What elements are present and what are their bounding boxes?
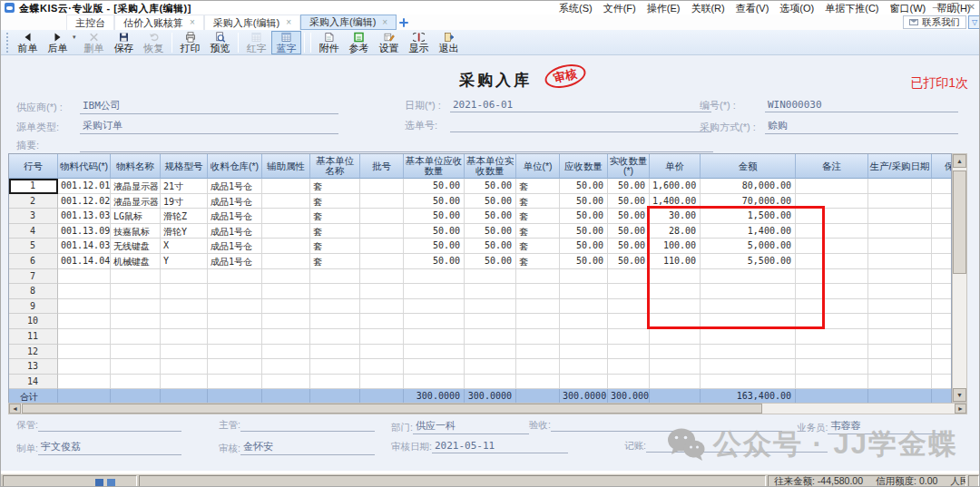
table-cell[interactable] (310, 359, 360, 375)
table-cell[interactable] (932, 254, 952, 269)
supplier-input[interactable]: IBM公司 (80, 99, 338, 114)
table-cell[interactable] (58, 375, 111, 390)
table-cell[interactable] (560, 375, 608, 390)
column-header[interactable]: 基本单位应收数量 (404, 154, 465, 179)
table-cell[interactable] (650, 345, 701, 360)
table-cell[interactable] (111, 359, 161, 375)
table-cell[interactable] (932, 359, 952, 375)
table-cell[interactable]: X (161, 239, 208, 254)
auditor-input[interactable]: 金怀安 (240, 440, 375, 455)
table-cell[interactable] (404, 345, 465, 360)
table-cell[interactable] (310, 375, 360, 390)
table-cell[interactable]: 001.12.02 (58, 194, 111, 209)
vertical-scrollbar[interactable]: ▲ ▼ (952, 153, 967, 403)
table-cell[interactable] (262, 299, 310, 315)
table-cell[interactable] (516, 284, 560, 299)
table-cell[interactable] (465, 359, 516, 375)
table-cell[interactable] (58, 314, 111, 329)
table-cell[interactable]: 成品1号仓 (208, 254, 262, 269)
table-cell[interactable] (465, 284, 516, 299)
table-cell[interactable] (796, 329, 868, 345)
scroll-left-icon[interactable]: ◄ (9, 404, 21, 414)
table-cell[interactable] (516, 359, 560, 375)
row-number-cell[interactable]: 6 (9, 254, 58, 269)
toolbar-button-exit[interactable]: 退出 (434, 31, 464, 54)
tab-close-icon[interactable]: × (382, 18, 387, 27)
table-cell[interactable]: 50.00 (465, 209, 516, 224)
table-cell[interactable]: 001.14.04 (58, 254, 111, 269)
column-header[interactable]: 金额 (701, 154, 796, 179)
table-cell[interactable]: 套 (310, 209, 360, 224)
table-cell[interactable] (262, 284, 310, 299)
table-cell[interactable] (868, 224, 932, 239)
horizontal-scrollbar[interactable]: ◄ ► (8, 403, 967, 414)
column-header[interactable]: 规格型号 (161, 154, 208, 179)
table-cell[interactable] (262, 269, 310, 285)
table-cell[interactable] (796, 194, 868, 209)
toolbar-button-next[interactable]: 后单 (43, 31, 73, 54)
dropdown-arrow-icon[interactable]: ▾ (73, 34, 79, 41)
table-cell[interactable]: 滑轮Z (161, 209, 208, 224)
table-cell[interactable] (262, 224, 310, 239)
table-cell[interactable] (404, 284, 465, 299)
table-cell[interactable] (262, 254, 310, 269)
table-cell[interactable]: 5,000.00 (701, 239, 796, 254)
row-number-cell[interactable]: 4 (9, 224, 58, 239)
close-button[interactable]: ✕ (968, 2, 975, 12)
table-cell[interactable] (360, 254, 404, 269)
table-cell[interactable] (465, 375, 516, 390)
table-cell[interactable] (208, 269, 262, 285)
table-cell[interactable]: 001.14.03 (58, 239, 111, 254)
row-number-cell[interactable]: 1 (9, 179, 58, 194)
minimize-button[interactable]: — (933, 2, 942, 12)
table-cell[interactable] (111, 329, 161, 345)
tab[interactable]: 主控台 (66, 15, 114, 30)
column-header[interactable]: 保质期 (932, 154, 952, 179)
menu-item[interactable]: 操作(E) (647, 2, 681, 15)
table-cell[interactable] (404, 329, 465, 345)
table-cell[interactable]: 50.00 (560, 179, 608, 194)
table-cell[interactable] (161, 329, 208, 345)
table-cell[interactable] (161, 284, 208, 299)
table-cell[interactable] (262, 179, 310, 194)
table-cell[interactable] (701, 284, 796, 299)
table-cell[interactable]: 套 (310, 224, 360, 239)
table-cell[interactable] (560, 359, 608, 375)
table-cell[interactable] (516, 375, 560, 390)
toolbar-button-preview[interactable]: 预览 (205, 31, 235, 54)
table-cell[interactable] (262, 375, 310, 390)
table-cell[interactable] (796, 284, 868, 299)
table-cell[interactable] (796, 209, 868, 224)
table-cell[interactable] (465, 299, 516, 315)
table-cell[interactable] (161, 375, 208, 390)
table-cell[interactable] (868, 194, 932, 209)
table-cell[interactable] (262, 359, 310, 375)
table-cell[interactable] (404, 375, 465, 390)
table-cell[interactable]: 成品1号仓 (208, 209, 262, 224)
table-cell[interactable] (161, 269, 208, 285)
table-cell[interactable] (360, 179, 404, 194)
table-cell[interactable]: 液晶显示器 (111, 179, 161, 194)
table-cell[interactable] (796, 314, 868, 329)
table-cell[interactable] (58, 359, 111, 375)
table-cell[interactable] (516, 314, 560, 329)
table-cell[interactable] (650, 359, 701, 375)
audit-date-input[interactable]: 2021-05-11 (432, 440, 568, 453)
new-tab-icon[interactable] (397, 15, 411, 30)
select-no-input[interactable] (450, 131, 711, 132)
table-cell[interactable] (932, 284, 952, 299)
table-cell[interactable]: 50.00 (560, 209, 608, 224)
table-cell[interactable] (360, 239, 404, 254)
table-cell[interactable] (796, 254, 868, 269)
table-cell[interactable] (208, 314, 262, 329)
summary-input[interactable] (80, 151, 713, 152)
row-number-cell[interactable]: 7 (9, 269, 58, 285)
table-cell[interactable] (516, 329, 560, 345)
table-cell[interactable] (465, 269, 516, 285)
table-cell[interactable]: LG鼠标 (111, 209, 161, 224)
scroll-down-icon[interactable]: ▼ (953, 388, 966, 402)
column-header[interactable]: 备注 (796, 154, 868, 179)
table-cell[interactable] (868, 269, 932, 285)
table-cell[interactable] (360, 209, 404, 224)
date-input[interactable]: 2021-06-01 (450, 99, 711, 112)
